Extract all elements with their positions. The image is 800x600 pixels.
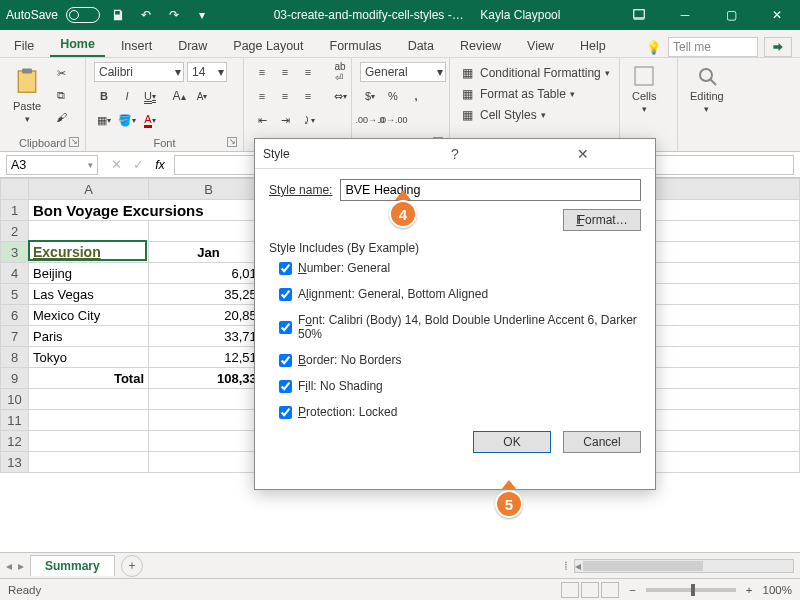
row-header[interactable]: 12 bbox=[1, 431, 29, 452]
cell[interactable]: Excursion bbox=[29, 242, 149, 263]
new-sheet-button[interactable]: ＋ bbox=[121, 555, 143, 577]
conditional-formatting-button[interactable]: ▦Conditional Formatting▾ bbox=[458, 64, 610, 82]
tab-data[interactable]: Data bbox=[398, 35, 444, 57]
row-header[interactable]: 2 bbox=[1, 221, 29, 242]
merge-center-icon[interactable]: ⇔▾ bbox=[330, 86, 350, 106]
row-header[interactable]: 5 bbox=[1, 284, 29, 305]
accounting-format-icon[interactable]: $▾ bbox=[360, 86, 380, 106]
dialog-close-icon[interactable]: ✕ bbox=[519, 146, 647, 162]
page-break-view-icon[interactable] bbox=[601, 582, 619, 598]
undo-icon[interactable]: ↶ bbox=[136, 5, 156, 25]
align-top-icon[interactable]: ≡ bbox=[252, 62, 272, 82]
format-button[interactable]: FFormat… bbox=[563, 209, 641, 231]
tab-file[interactable]: File bbox=[4, 35, 44, 57]
decrease-indent-icon[interactable]: ⇤ bbox=[252, 110, 272, 130]
tell-me-box[interactable]: Tell me bbox=[668, 37, 758, 57]
row-header[interactable]: 7 bbox=[1, 326, 29, 347]
tab-home[interactable]: Home bbox=[50, 33, 105, 57]
ok-button[interactable]: OK bbox=[473, 431, 551, 453]
col-header-B[interactable]: B bbox=[149, 179, 269, 200]
decrease-font-icon[interactable]: A▾ bbox=[192, 86, 212, 106]
cell[interactable]: Bon Voyage Excursions bbox=[29, 200, 269, 221]
name-box[interactable]: A3▾ bbox=[6, 155, 98, 175]
cell[interactable]: Tokyo bbox=[29, 347, 149, 368]
row-header[interactable]: 11 bbox=[1, 410, 29, 431]
orientation-icon[interactable]: ⤸▾ bbox=[298, 110, 318, 130]
include-protection-checkbox[interactable]: Protection: Locked bbox=[279, 405, 641, 419]
cell[interactable] bbox=[149, 410, 269, 431]
align-middle-icon[interactable]: ≡ bbox=[275, 62, 295, 82]
cell-styles-button[interactable]: ▦Cell Styles▾ bbox=[458, 106, 610, 124]
cut-icon[interactable]: ✂ bbox=[52, 64, 70, 82]
cell[interactable]: Total bbox=[29, 368, 149, 389]
tab-page-layout[interactable]: Page Layout bbox=[223, 35, 313, 57]
cancel-formula-icon[interactable]: ✕ bbox=[106, 155, 126, 175]
tab-review[interactable]: Review bbox=[450, 35, 511, 57]
cell[interactable]: 12,510 bbox=[149, 347, 269, 368]
style-name-input[interactable] bbox=[340, 179, 641, 201]
paste-button[interactable]: Paste▾ bbox=[8, 62, 46, 126]
select-all-cell[interactable] bbox=[1, 179, 29, 200]
autosave-toggle[interactable] bbox=[66, 7, 100, 23]
align-right-icon[interactable]: ≡ bbox=[298, 86, 318, 106]
cell[interactable] bbox=[29, 431, 149, 452]
align-left-icon[interactable]: ≡ bbox=[252, 86, 272, 106]
horizontal-scrollbar[interactable]: ◂ bbox=[574, 559, 794, 573]
italic-button[interactable]: I bbox=[117, 86, 137, 106]
include-alignment-checkbox[interactable]: Alignment: General, Bottom Aligned bbox=[279, 287, 641, 301]
editing-button[interactable]: Editing▾ bbox=[686, 62, 728, 116]
format-painter-icon[interactable]: 🖌 bbox=[52, 108, 70, 126]
row-header[interactable]: 3 bbox=[1, 242, 29, 263]
font-size-select[interactable]: 14▾ bbox=[187, 62, 227, 82]
bold-button[interactable]: B bbox=[94, 86, 114, 106]
tab-insert[interactable]: Insert bbox=[111, 35, 162, 57]
tab-view[interactable]: View bbox=[517, 35, 564, 57]
cell[interactable]: Mexico City bbox=[29, 305, 149, 326]
row-header[interactable]: 4 bbox=[1, 263, 29, 284]
font-launcher-icon[interactable]: ↘ bbox=[227, 137, 237, 147]
dialog-help-icon[interactable]: ? bbox=[391, 146, 519, 162]
include-fill-checkbox[interactable]: Fill: No Shading bbox=[279, 379, 641, 393]
row-header[interactable]: 10 bbox=[1, 389, 29, 410]
fill-color-icon[interactable]: 🪣▾ bbox=[117, 110, 137, 130]
tab-draw[interactable]: Draw bbox=[168, 35, 217, 57]
cell[interactable] bbox=[149, 452, 269, 473]
sheet-nav-prev-icon[interactable]: ◂ bbox=[6, 559, 12, 573]
close-button[interactable]: ✕ bbox=[754, 0, 800, 30]
cell[interactable]: 33,710 bbox=[149, 326, 269, 347]
include-border-checkbox[interactable]: Border: No Borders bbox=[279, 353, 641, 367]
row-header[interactable]: 6 bbox=[1, 305, 29, 326]
qat-dropdown-icon[interactable]: ▾ bbox=[192, 5, 212, 25]
cells-button[interactable]: Cells▾ bbox=[628, 62, 660, 116]
cell[interactable] bbox=[29, 221, 149, 242]
align-center-icon[interactable]: ≡ bbox=[275, 86, 295, 106]
cell[interactable] bbox=[29, 452, 149, 473]
tab-split-icon[interactable]: ⁞ bbox=[564, 559, 568, 573]
copy-icon[interactable]: ⧉ bbox=[52, 86, 70, 104]
cell[interactable]: 108,330 bbox=[149, 368, 269, 389]
zoom-out-button[interactable]: − bbox=[629, 584, 636, 596]
row-header[interactable]: 13 bbox=[1, 452, 29, 473]
cell[interactable] bbox=[149, 431, 269, 452]
percent-format-icon[interactable]: % bbox=[383, 86, 403, 106]
cell[interactable]: Paris bbox=[29, 326, 149, 347]
tab-formulas[interactable]: Formulas bbox=[320, 35, 392, 57]
row-header[interactable]: 9 bbox=[1, 368, 29, 389]
zoom-slider[interactable] bbox=[646, 588, 736, 592]
col-header-A[interactable]: A bbox=[29, 179, 149, 200]
align-bottom-icon[interactable]: ≡ bbox=[298, 62, 318, 82]
increase-indent-icon[interactable]: ⇥ bbox=[275, 110, 295, 130]
cell[interactable]: 20,850 bbox=[149, 305, 269, 326]
increase-font-icon[interactable]: A▴ bbox=[169, 86, 189, 106]
sheet-tab-summary[interactable]: Summary bbox=[30, 555, 115, 576]
format-as-table-button[interactable]: ▦Format as Table▾ bbox=[458, 85, 610, 103]
row-header[interactable]: 1 bbox=[1, 200, 29, 221]
save-icon[interactable] bbox=[108, 5, 128, 25]
share-button[interactable] bbox=[764, 37, 792, 57]
cell[interactable] bbox=[149, 221, 269, 242]
cell[interactable] bbox=[29, 410, 149, 431]
cell[interactable]: 35,250 bbox=[149, 284, 269, 305]
increase-decimal-icon[interactable]: .00→.0 bbox=[360, 110, 380, 130]
comma-format-icon[interactable]: , bbox=[406, 86, 426, 106]
cancel-button[interactable]: Cancel bbox=[563, 431, 641, 453]
